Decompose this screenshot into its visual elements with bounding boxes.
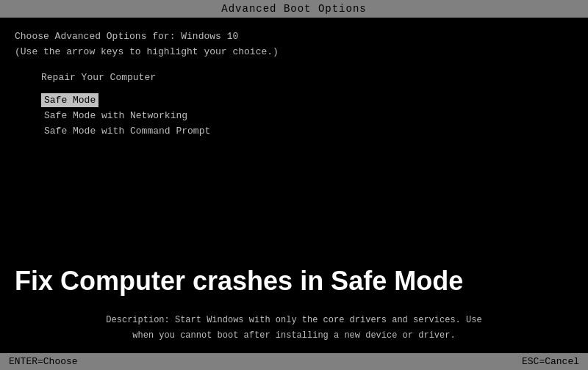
title-text: Advanced Boot Options — [221, 3, 366, 15]
title-bar: Advanced Boot Options — [0, 0, 588, 18]
menu-item-safe-mode-networking[interactable]: Safe Mode with Networking — [41, 109, 190, 123]
menu-item-safe-mode[interactable]: Safe Mode — [41, 93, 98, 107]
intro-line2: (Use the arrow keys to highlight your ch… — [15, 45, 573, 60]
intro-line1: Choose Advanced Options for: Windows 10 — [15, 29, 573, 45]
menu-list: Safe Mode Safe Mode with Networking Safe… — [15, 93, 573, 139]
big-title-section: Fix Computer crashes in Safe Mode — [0, 253, 588, 306]
boot-options-screen: Advanced Boot Options Choose Advanced Op… — [0, 0, 588, 370]
spacer — [0, 145, 588, 253]
bottom-bar: ENTER=Choose ESC=Cancel — [0, 353, 588, 370]
intro-text: Choose Advanced Options for: Windows 10 … — [15, 29, 573, 60]
description-line1: Description: Start Windows with only the… — [15, 313, 573, 327]
big-title: Fix Computer crashes in Safe Mode — [15, 266, 573, 296]
esc-label: ESC=Cancel — [522, 356, 579, 367]
repair-option[interactable]: Repair Your Computer — [15, 72, 573, 83]
description-section: Description: Start Windows with only the… — [0, 305, 588, 353]
menu-item-safe-mode-cmd[interactable]: Safe Mode with Command Prompt — [41, 124, 213, 138]
enter-label: ENTER=Choose — [9, 356, 78, 367]
boot-menu-section: Choose Advanced Options for: Windows 10 … — [0, 18, 588, 145]
description-text: Description: Start Windows with only the… — [15, 313, 573, 343]
description-line2: when you cannot boot after installing a … — [15, 328, 573, 343]
